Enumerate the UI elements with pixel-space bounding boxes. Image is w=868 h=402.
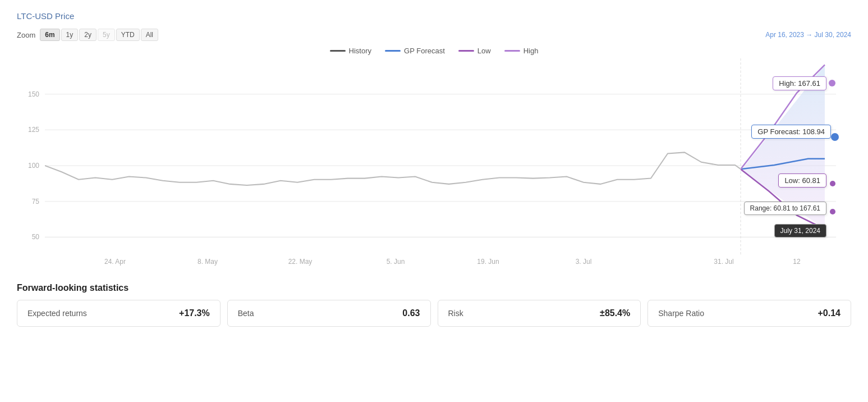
tooltip-range: Range: 60.81 to 167.61 xyxy=(744,202,826,215)
svg-text:24. Apr: 24. Apr xyxy=(104,257,126,265)
stat-label-expected-returns: Expected returns xyxy=(27,309,87,318)
svg-rect-0 xyxy=(45,58,836,254)
svg-text:12: 12 xyxy=(793,257,801,265)
svg-text:75: 75 xyxy=(32,198,40,205)
stat-card-beta: Beta 0.63 xyxy=(227,300,431,327)
zoom-btn-ytd[interactable]: YTD xyxy=(116,29,140,41)
svg-text:100: 100 xyxy=(28,162,39,170)
svg-text:8. May: 8. May xyxy=(198,257,218,265)
legend-low-line xyxy=(458,50,474,52)
legend-high: High xyxy=(504,47,539,55)
zoom-btn-all[interactable]: All xyxy=(141,29,158,41)
svg-text:19. Jun: 19. Jun xyxy=(477,257,499,265)
date-range: Apr 16, 2023 → Jul 30, 2024 xyxy=(765,31,851,39)
chart-svg: 50 75 100 125 150 xyxy=(17,58,851,272)
stats-cards: Expected returns +17.3% Beta 0.63 Risk ±… xyxy=(17,300,851,327)
svg-text:31. Jul: 31. Jul xyxy=(714,257,733,265)
stats-section: Forward-looking statistics Expected retu… xyxy=(17,283,851,327)
chart-legend: History GP Forecast Low High xyxy=(17,47,851,55)
zoom-row: Zoom 6m 1y 2y 5y YTD All Apr 16, 2023 → … xyxy=(17,29,851,41)
legend-low-label: Low xyxy=(477,47,491,55)
dot-range xyxy=(830,209,835,214)
zoom-btn-5y[interactable]: 5y xyxy=(98,29,115,41)
stat-value-sharpe-ratio: +0.14 xyxy=(818,308,841,318)
legend-high-label: High xyxy=(523,47,539,55)
legend-low: Low xyxy=(458,47,491,55)
tooltip-low: Low: 60.81 xyxy=(778,173,826,188)
dot-gp xyxy=(831,133,839,141)
legend-high-line xyxy=(504,50,520,52)
dot-high xyxy=(829,80,835,86)
stat-value-risk: ±85.4% xyxy=(600,308,630,318)
stat-label-sharpe-ratio: Sharpe Ratio xyxy=(658,309,704,318)
zoom-buttons: 6m 1y 2y 5y YTD All xyxy=(40,29,158,41)
tooltip-high: High: 167.61 xyxy=(773,76,826,90)
svg-text:50: 50 xyxy=(32,233,40,241)
tooltip-gp: GP Forecast: 108.94 xyxy=(751,125,831,139)
legend-history-label: History xyxy=(349,47,371,55)
zoom-btn-1y[interactable]: 1y xyxy=(61,29,79,41)
chart-title: LTC-USD Price xyxy=(17,11,851,21)
stat-label-risk: Risk xyxy=(448,309,463,318)
dot-low xyxy=(830,181,835,186)
stat-card-risk: Risk ±85.4% xyxy=(438,300,641,327)
legend-gp: GP Forecast xyxy=(385,47,445,55)
legend-gp-label: GP Forecast xyxy=(404,47,445,55)
stat-value-beta: 0.63 xyxy=(402,308,420,318)
main-container: LTC-USD Price Zoom 6m 1y 2y 5y YTD All A… xyxy=(0,0,868,338)
stat-label-beta: Beta xyxy=(238,309,254,318)
svg-text:5. Jun: 5. Jun xyxy=(387,257,405,265)
stat-value-expected-returns: +17.3% xyxy=(179,308,210,318)
zoom-label: Zoom xyxy=(17,31,35,39)
svg-text:150: 150 xyxy=(28,90,39,98)
legend-gp-line xyxy=(385,50,401,52)
tooltip-date: July 31, 2024 xyxy=(774,224,826,237)
svg-text:22. May: 22. May xyxy=(288,257,313,265)
stat-card-sharpe-ratio: Sharpe Ratio +0.14 xyxy=(647,300,851,327)
legend-history-line xyxy=(330,50,346,52)
legend-history: History xyxy=(330,47,371,55)
zoom-btn-2y[interactable]: 2y xyxy=(79,29,97,41)
svg-text:125: 125 xyxy=(28,126,39,134)
chart-area: 50 75 100 125 150 xyxy=(17,58,851,272)
svg-text:3. Jul: 3. Jul xyxy=(576,257,592,265)
stats-title: Forward-looking statistics xyxy=(17,283,851,293)
zoom-btn-6m[interactable]: 6m xyxy=(40,29,59,41)
stat-card-expected-returns: Expected returns +17.3% xyxy=(17,300,221,327)
